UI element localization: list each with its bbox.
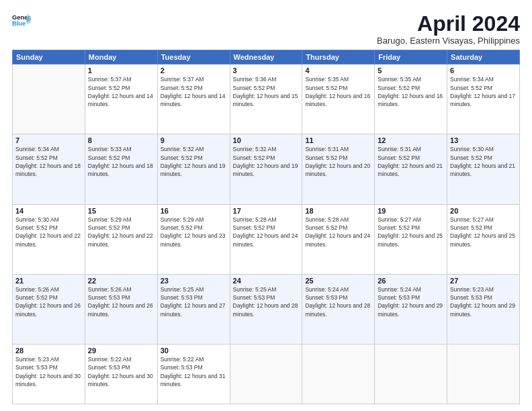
calendar-week-row: 1Sunrise: 5:37 AMSunset: 5:52 PMDaylight… <box>13 64 520 134</box>
day-info: Sunrise: 5:23 AMSunset: 5:53 PMDaylight:… <box>15 355 82 388</box>
day-info: Sunrise: 5:23 AMSunset: 5:53 PMDaylight:… <box>450 285 517 318</box>
day-info: Sunrise: 5:32 AMSunset: 5:52 PMDaylight:… <box>233 145 300 178</box>
day-info: Sunrise: 5:29 AMSunset: 5:52 PMDaylight:… <box>88 216 154 248</box>
day-number: 6 <box>450 66 517 75</box>
day-info: Sunrise: 5:34 AMSunset: 5:52 PMDaylight:… <box>15 145 82 178</box>
col-friday: Friday <box>375 50 447 64</box>
table-row: 29Sunrise: 5:22 AMSunset: 5:53 PMDayligh… <box>85 345 157 404</box>
table-row: 3Sunrise: 5:36 AMSunset: 5:52 PMDaylight… <box>230 64 302 134</box>
day-number: 5 <box>378 66 444 75</box>
header-row: Sunday Monday Tuesday Wednesday Thursday… <box>13 50 520 64</box>
table-row: 13Sunrise: 5:30 AMSunset: 5:52 PMDayligh… <box>447 134 520 204</box>
month-title: April 2024 <box>377 12 520 36</box>
day-info: Sunrise: 5:26 AMSunset: 5:52 PMDaylight:… <box>15 285 82 318</box>
table-row: 15Sunrise: 5:29 AMSunset: 5:52 PMDayligh… <box>85 204 157 274</box>
day-number: 27 <box>450 277 517 285</box>
day-number: 23 <box>161 277 227 285</box>
table-row: 4Sunrise: 5:35 AMSunset: 5:52 PMDaylight… <box>302 64 375 134</box>
day-number: 14 <box>15 207 82 215</box>
day-info: Sunrise: 5:28 AMSunset: 5:52 PMDaylight:… <box>233 216 300 248</box>
table-row: 26Sunrise: 5:24 AMSunset: 5:53 PMDayligh… <box>375 274 447 344</box>
table-row: 8Sunrise: 5:33 AMSunset: 5:52 PMDaylight… <box>85 134 157 204</box>
table-row: 27Sunrise: 5:23 AMSunset: 5:53 PMDayligh… <box>447 274 520 344</box>
day-number: 21 <box>15 277 82 285</box>
day-number: 18 <box>305 207 371 215</box>
page: General Blue April 2024 Barugo, Eastern … <box>0 0 532 411</box>
day-info: Sunrise: 5:27 AMSunset: 5:52 PMDaylight:… <box>378 216 444 248</box>
day-info: Sunrise: 5:25 AMSunset: 5:53 PMDaylight:… <box>233 285 300 318</box>
day-info: Sunrise: 5:27 AMSunset: 5:52 PMDaylight:… <box>450 216 517 248</box>
table-row: 2Sunrise: 5:37 AMSunset: 5:52 PMDaylight… <box>157 64 230 134</box>
col-wednesday: Wednesday <box>230 50 302 64</box>
day-info: Sunrise: 5:31 AMSunset: 5:52 PMDaylight:… <box>305 145 371 178</box>
table-row: 12Sunrise: 5:31 AMSunset: 5:52 PMDayligh… <box>375 134 447 204</box>
day-number: 8 <box>88 136 154 144</box>
calendar-week-row: 28Sunrise: 5:23 AMSunset: 5:53 PMDayligh… <box>13 345 520 404</box>
col-sunday: Sunday <box>13 50 85 64</box>
table-row <box>302 345 375 404</box>
day-number: 13 <box>450 136 517 144</box>
table-row: 9Sunrise: 5:32 AMSunset: 5:52 PMDaylight… <box>157 134 230 204</box>
day-number: 22 <box>88 277 154 285</box>
day-number: 3 <box>233 66 300 75</box>
day-info: Sunrise: 5:35 AMSunset: 5:52 PMDaylight:… <box>305 75 371 108</box>
table-row: 28Sunrise: 5:23 AMSunset: 5:53 PMDayligh… <box>13 345 85 404</box>
day-info: Sunrise: 5:37 AMSunset: 5:52 PMDaylight:… <box>161 75 227 108</box>
day-info: Sunrise: 5:28 AMSunset: 5:52 PMDaylight:… <box>305 216 371 248</box>
col-monday: Monday <box>85 50 157 64</box>
day-number: 11 <box>305 136 371 144</box>
day-number: 10 <box>233 136 300 144</box>
day-info: Sunrise: 5:35 AMSunset: 5:52 PMDaylight:… <box>378 75 444 108</box>
table-row: 30Sunrise: 5:22 AMSunset: 5:53 PMDayligh… <box>157 345 230 404</box>
day-info: Sunrise: 5:36 AMSunset: 5:52 PMDaylight:… <box>233 75 300 108</box>
day-number: 1 <box>88 66 154 75</box>
day-info: Sunrise: 5:30 AMSunset: 5:52 PMDaylight:… <box>15 216 82 248</box>
logo-icon: General Blue <box>12 12 31 31</box>
day-info: Sunrise: 5:31 AMSunset: 5:52 PMDaylight:… <box>378 145 444 178</box>
day-info: Sunrise: 5:33 AMSunset: 5:52 PMDaylight:… <box>88 145 154 178</box>
day-number: 19 <box>378 207 444 215</box>
table-row: 7Sunrise: 5:34 AMSunset: 5:52 PMDaylight… <box>13 134 85 204</box>
day-number: 28 <box>15 347 82 355</box>
calendar-week-row: 7Sunrise: 5:34 AMSunset: 5:52 PMDaylight… <box>13 134 520 204</box>
day-info: Sunrise: 5:34 AMSunset: 5:52 PMDaylight:… <box>450 75 517 108</box>
table-row: 21Sunrise: 5:26 AMSunset: 5:52 PMDayligh… <box>13 274 85 344</box>
table-row: 18Sunrise: 5:28 AMSunset: 5:52 PMDayligh… <box>302 204 375 274</box>
table-row: 25Sunrise: 5:24 AMSunset: 5:53 PMDayligh… <box>302 274 375 344</box>
day-number: 9 <box>161 136 227 144</box>
day-info: Sunrise: 5:30 AMSunset: 5:52 PMDaylight:… <box>450 145 517 178</box>
day-info: Sunrise: 5:29 AMSunset: 5:52 PMDaylight:… <box>161 216 227 248</box>
table-row: 6Sunrise: 5:34 AMSunset: 5:52 PMDaylight… <box>447 64 520 134</box>
table-row: 14Sunrise: 5:30 AMSunset: 5:52 PMDayligh… <box>13 204 85 274</box>
day-number: 7 <box>15 136 82 144</box>
day-info: Sunrise: 5:24 AMSunset: 5:53 PMDaylight:… <box>378 285 444 318</box>
table-row <box>13 64 85 134</box>
table-row <box>230 345 302 404</box>
day-number: 16 <box>161 207 227 215</box>
day-number: 29 <box>88 347 154 355</box>
table-row: 5Sunrise: 5:35 AMSunset: 5:52 PMDaylight… <box>375 64 447 134</box>
day-number: 25 <box>305 277 371 285</box>
day-info: Sunrise: 5:22 AMSunset: 5:53 PMDaylight:… <box>161 355 227 388</box>
day-number: 24 <box>233 277 300 285</box>
table-row: 17Sunrise: 5:28 AMSunset: 5:52 PMDayligh… <box>230 204 302 274</box>
logo: General Blue <box>12 12 31 31</box>
location: Barugo, Eastern Visayas, Philippines <box>377 36 520 46</box>
day-info: Sunrise: 5:22 AMSunset: 5:53 PMDaylight:… <box>88 355 154 388</box>
col-thursday: Thursday <box>302 50 375 64</box>
svg-text:Blue: Blue <box>12 20 26 27</box>
table-row: 16Sunrise: 5:29 AMSunset: 5:52 PMDayligh… <box>157 204 230 274</box>
table-row: 1Sunrise: 5:37 AMSunset: 5:52 PMDaylight… <box>85 64 157 134</box>
day-number: 2 <box>161 66 227 75</box>
day-info: Sunrise: 5:37 AMSunset: 5:52 PMDaylight:… <box>88 75 154 108</box>
day-number: 20 <box>450 207 517 215</box>
calendar-week-row: 14Sunrise: 5:30 AMSunset: 5:52 PMDayligh… <box>13 204 520 274</box>
table-row <box>447 345 520 404</box>
col-saturday: Saturday <box>447 50 520 64</box>
table-row: 10Sunrise: 5:32 AMSunset: 5:52 PMDayligh… <box>230 134 302 204</box>
table-row: 19Sunrise: 5:27 AMSunset: 5:52 PMDayligh… <box>375 204 447 274</box>
col-tuesday: Tuesday <box>157 50 230 64</box>
table-row: 24Sunrise: 5:25 AMSunset: 5:53 PMDayligh… <box>230 274 302 344</box>
table-row: 22Sunrise: 5:26 AMSunset: 5:53 PMDayligh… <box>85 274 157 344</box>
day-number: 12 <box>378 136 444 144</box>
